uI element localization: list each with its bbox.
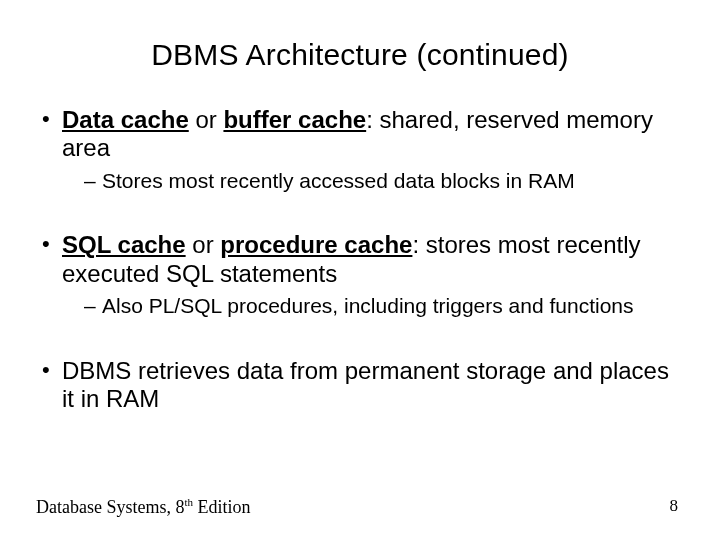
slide-container: DBMS Architecture (continued) Data cache… <box>0 0 720 540</box>
bullet-2-term1: SQL cache <box>62 231 186 258</box>
slide-title: DBMS Architecture (continued) <box>36 38 684 72</box>
bullet-1-mid: or <box>189 106 224 133</box>
spacer <box>40 329 676 357</box>
spacer <box>40 203 676 231</box>
page-number: 8 <box>670 496 679 516</box>
bullet-1-sublist: Stores most recently accessed data block… <box>62 169 676 194</box>
footer-edition: Edition <box>193 497 251 517</box>
bullet-3-text: DBMS retrieves data from permanent stora… <box>62 357 669 412</box>
bullet-1: Data cache or buffer cache: shared, rese… <box>40 106 676 193</box>
bullet-1-term2: buffer cache <box>223 106 366 133</box>
footer-book-title: Database Systems, 8 <box>36 497 184 517</box>
bullet-2-sub-1: Also PL/SQL procedures, including trigge… <box>84 294 676 319</box>
bullet-2-mid: or <box>186 231 221 258</box>
footer-ordinal: th <box>184 496 193 508</box>
bullet-3: DBMS retrieves data from permanent stora… <box>40 357 676 414</box>
bullet-2: SQL cache or procedure cache: stores mos… <box>40 231 676 318</box>
footer-book: Database Systems, 8th Edition <box>36 496 251 518</box>
bullet-1-term1: Data cache <box>62 106 189 133</box>
bullet-2-term2: procedure cache <box>220 231 412 258</box>
bullet-list: Data cache or buffer cache: shared, rese… <box>36 106 684 413</box>
bullet-2-sublist: Also PL/SQL procedures, including trigge… <box>62 294 676 319</box>
bullet-1-sub-1: Stores most recently accessed data block… <box>84 169 676 194</box>
